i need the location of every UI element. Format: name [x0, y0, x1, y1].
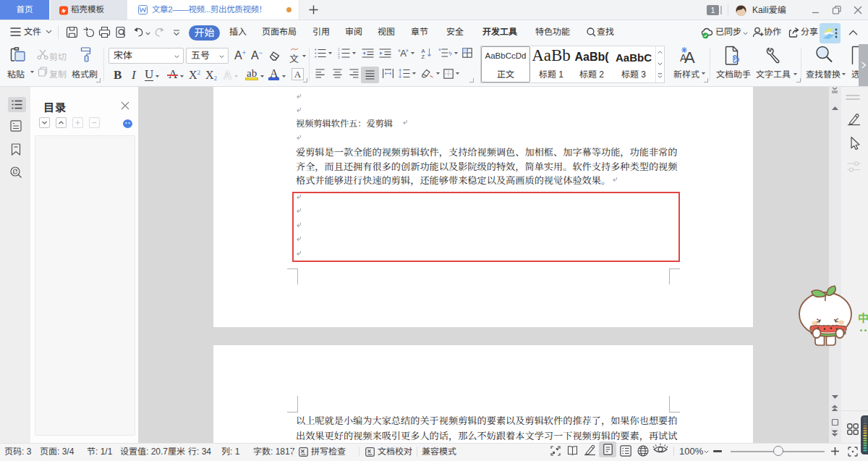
- svg-text:A: A: [680, 52, 687, 64]
- svg-text:1: 1: [338, 48, 340, 51]
- svg-text:3: 3: [338, 56, 340, 59]
- svg-text:2: 2: [338, 52, 340, 56]
- svg-text:A: A: [400, 48, 407, 59]
- svg-text:Z: Z: [422, 54, 425, 59]
